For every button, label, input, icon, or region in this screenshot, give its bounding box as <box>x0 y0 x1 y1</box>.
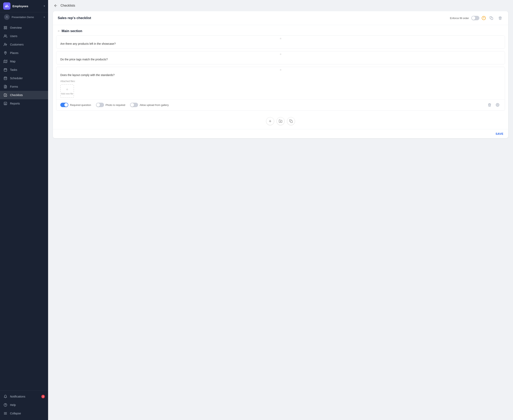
q2-drag-handle[interactable]: ≡ <box>56 51 505 56</box>
forms-label: Forms <box>10 85 45 88</box>
q3-drag-handle[interactable]: ≡ <box>56 67 505 72</box>
reports-label: Reports <box>10 102 45 105</box>
tasks-icon <box>3 68 7 72</box>
enforce-fill-order-toggle[interactable] <box>471 16 479 20</box>
q3-text: Does the layout comply with the standard… <box>56 72 505 80</box>
places-icon <box>3 51 7 55</box>
settings-question-button[interactable] <box>494 102 501 108</box>
app-title: Employees <box>12 4 44 8</box>
topbar: Checklists <box>48 0 513 11</box>
collapse-icon <box>3 411 7 416</box>
checklist-card: Sales rep's checklist Enforce fill order… <box>53 11 508 138</box>
tasks-label: Tasks <box>10 68 45 71</box>
scheduler-icon <box>3 76 7 80</box>
sidebar-item-forms[interactable]: Forms <box>0 82 48 91</box>
sidebar-item-map[interactable]: Map <box>0 57 48 66</box>
sidebar-item-help[interactable]: Help <box>0 401 48 409</box>
copy-checklist-button[interactable] <box>488 15 495 21</box>
places-label: Places <box>10 51 45 54</box>
q3-footer: Required question Photo is required Allo… <box>56 99 505 111</box>
sub-chevron-icon: ▾ <box>44 16 45 18</box>
question-card-3: ≡ Does the layout comply with the standa… <box>56 67 505 111</box>
sidebar-item-reports[interactable]: Reports <box>0 99 48 108</box>
sidebar-item-scheduler[interactable]: Scheduler <box>0 74 48 82</box>
bottom-actions <box>53 113 508 129</box>
back-button[interactable] <box>53 3 59 8</box>
sidebar-app-header[interactable]: Employees ▾ <box>0 0 48 12</box>
photo-label: Photo is required <box>106 104 125 106</box>
required-toggle[interactable] <box>60 103 68 107</box>
overview-label: Overview <box>10 26 45 29</box>
gallery-toggle[interactable] <box>130 103 138 107</box>
delete-question-button[interactable] <box>486 102 493 108</box>
notifications-label: Notifications <box>10 395 40 398</box>
required-label: Required question <box>70 104 91 106</box>
users-icon <box>3 34 7 38</box>
q1-drag-handle[interactable]: ≡ <box>56 36 505 40</box>
q2-text: Do the price tags match the products? <box>56 56 505 64</box>
sidebar-item-notifications[interactable]: Notifications 2 <box>0 392 48 401</box>
main-content: Checklists Sales rep's checklist Enforce… <box>48 0 513 420</box>
sidebar-item-collapse[interactable]: Collapse <box>0 409 48 418</box>
q1-text: Are there any products left in the showc… <box>56 40 505 49</box>
add-question-button[interactable] <box>266 117 274 125</box>
add-section-button[interactable] <box>277 117 285 125</box>
page-title: Checklists <box>60 4 75 8</box>
sidebar-item-places[interactable]: Places <box>0 49 48 57</box>
sidebar-item-checklists[interactable]: Checklists <box>0 91 48 99</box>
sidebar-footer: Notifications 2 Help Collapse <box>0 390 48 420</box>
checklists-label: Checklists <box>10 93 45 97</box>
svg-rect-3 <box>4 28 5 29</box>
svg-point-0 <box>7 16 7 17</box>
customers-label: Customers <box>10 43 45 46</box>
copy-section-button[interactable] <box>287 117 295 125</box>
checklist-header: Sales rep's checklist Enforce fill order… <box>53 11 508 25</box>
sidebar-item-tasks[interactable]: Tasks <box>0 66 48 74</box>
help-label: Help <box>10 403 45 406</box>
app-chevron-icon: ▾ <box>44 5 45 8</box>
question-card-1: ≡ Are there any products left in the sho… <box>56 36 505 49</box>
bell-icon <box>3 394 7 399</box>
svg-rect-41 <box>291 121 293 123</box>
checklist-title: Sales rep's checklist <box>58 16 450 20</box>
users-label: Users <box>10 35 45 38</box>
photo-required-toggle[interactable] <box>96 103 104 107</box>
section-drag-handle[interactable]: ≡ <box>58 29 59 33</box>
svg-point-36 <box>497 105 498 105</box>
question-card-2: ≡ Do the price tags match the products? <box>56 51 505 64</box>
user-avatar <box>4 14 10 20</box>
collapse-label: Collapse <box>10 412 45 415</box>
svg-rect-1 <box>4 26 5 27</box>
svg-rect-4 <box>6 28 7 29</box>
sidebar-item-overview[interactable]: Overview <box>0 23 48 32</box>
map-icon <box>3 59 7 64</box>
add-file-button[interactable]: + Add new file <box>60 84 74 98</box>
save-button[interactable]: SAVE <box>496 132 503 135</box>
enforce-label: Enforce fill order <box>450 17 469 20</box>
save-bar: SAVE <box>53 129 508 138</box>
checklists-icon <box>3 93 7 97</box>
sub-item-label: Presentation Demo <box>12 16 44 19</box>
gallery-toggle-row: Allow upload from gallery <box>130 103 169 107</box>
delete-checklist-button[interactable] <box>497 15 503 21</box>
checklist-actions: Enforce fill order ? <box>450 15 503 21</box>
attached-files-label: Attached files: <box>56 80 505 84</box>
svg-rect-35 <box>491 18 493 20</box>
svg-point-29 <box>4 404 7 406</box>
svg-rect-2 <box>6 26 7 27</box>
section-header: ≡ Main section <box>53 25 508 36</box>
help-circle-icon[interactable]: ? <box>482 16 486 20</box>
photo-toggle-row: Photo is required <box>96 103 125 107</box>
sidebar-item-customers[interactable]: Customers <box>0 40 48 49</box>
sidebar: Employees ▾ Presentation Demo ▾ Overview… <box>0 0 48 420</box>
sidebar-item-users[interactable]: Users <box>0 32 48 40</box>
notification-badge: 2 <box>41 395 45 398</box>
gallery-label: Allow upload from gallery <box>140 104 169 106</box>
section-title: Main section <box>61 29 82 33</box>
forms-icon <box>3 84 7 89</box>
required-toggle-row: Required question <box>60 103 91 107</box>
svg-marker-9 <box>4 60 7 63</box>
sidebar-sub-item-presentation[interactable]: Presentation Demo ▾ <box>0 12 48 22</box>
content-area: Sales rep's checklist Enforce fill order… <box>48 11 513 420</box>
svg-point-5 <box>4 35 6 36</box>
